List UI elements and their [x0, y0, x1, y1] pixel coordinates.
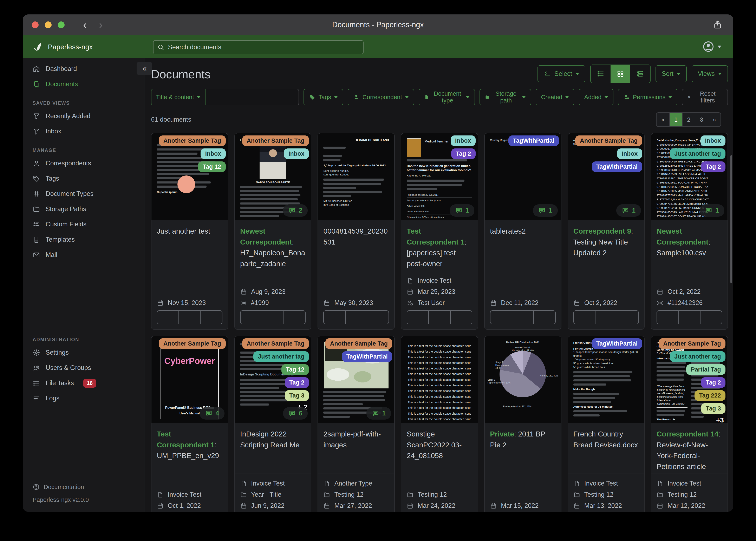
document-title[interactable]: Newest Correspondent: H7_Napoleon_Bonapa… — [235, 221, 311, 271]
sidebar-item-documents[interactable]: Documents — [23, 77, 144, 92]
sidebar-item-inbox[interactable]: Inbox — [23, 124, 144, 139]
tag-tag-2[interactable]: Tag 2 — [451, 149, 476, 159]
sidebar-item-document-types[interactable]: Document Types — [23, 186, 144, 202]
document-card[interactable]: Boundary Waters Trip Another Sample TagT… — [318, 336, 395, 512]
tag-inbox[interactable]: Inbox — [451, 136, 476, 146]
tag-just-another-tag[interactable]: Just another tag — [253, 351, 309, 362]
edit-button[interactable] — [407, 311, 428, 324]
select-button[interactable]: Select — [537, 65, 585, 82]
download-button[interactable] — [700, 311, 722, 324]
document-card[interactable]: Medical TeacherHas the new Kirkpatrick g… — [401, 133, 478, 330]
edit-button[interactable] — [241, 311, 262, 324]
document-thumbnail[interactable]: French Country BreadFor the Leaven1 heap… — [568, 336, 644, 423]
tag-tagwithpartial[interactable]: TagWithPartial — [592, 338, 642, 349]
download-button[interactable] — [617, 311, 638, 324]
document-thumbnail[interactable]: CyberPowerPowerPanel® Business EditionUs… — [151, 336, 228, 423]
sort-button[interactable]: Sort — [656, 65, 687, 82]
preview-button[interactable] — [428, 311, 450, 324]
tag-inbox[interactable]: Inbox — [201, 149, 226, 159]
document-thumbnail[interactable]: Review ofof Arbitral Awards shows swift … — [651, 336, 728, 423]
reset-filters-button[interactable]: × Reset filters — [682, 89, 728, 105]
sidebar-item-dashboard[interactable]: Dashboard — [23, 61, 144, 77]
tag-tagwithpartial[interactable]: TagWithPartial — [342, 351, 392, 362]
pagination-page-2[interactable]: 2 — [682, 113, 695, 126]
document-thumbnail[interactable]: Country,Region/State,"... TagWithPartial… — [485, 133, 561, 221]
edit-button[interactable] — [157, 311, 178, 324]
pagination-first[interactable]: « — [657, 113, 669, 126]
edit-button[interactable] — [657, 311, 678, 324]
tag-just-another-tag[interactable]: Just another tag — [670, 149, 725, 159]
document-card[interactable]: Review ofof Arbitral Awards shows swift … — [651, 336, 728, 512]
preview-button[interactable] — [512, 311, 533, 324]
document-thumbnail[interactable]: This is a test for the double space char… — [401, 336, 478, 423]
document-card[interactable]: Serial Number,Company Name,Employ9788189… — [651, 133, 728, 330]
download-button[interactable] — [450, 311, 472, 324]
filter-text-input[interactable] — [206, 89, 299, 105]
tag-tagwithpartial[interactable]: TagWithPartial — [592, 162, 642, 172]
tag-tagwithpartial[interactable]: TagWithPartial — [508, 136, 559, 146]
document-card[interactable]: CyberPowerPowerPanel® Business EditionUs… — [151, 336, 228, 512]
filter-created[interactable]: Created — [536, 89, 574, 105]
preview-button[interactable] — [345, 311, 367, 324]
download-button[interactable] — [533, 311, 555, 324]
document-thumbnail[interactable]: Medical TeacherHas the new Kirkpatrick g… — [401, 133, 478, 221]
views-button[interactable]: Views — [692, 65, 728, 82]
tag-another-sample-tag[interactable]: Another Sample Tag — [159, 338, 226, 349]
document-title[interactable]: French Country Bread Revised.docx — [568, 423, 644, 452]
document-title[interactable]: Test Correspondent 1: [paperless] test p… — [401, 221, 478, 271]
tag-another-sample-tag[interactable]: Another Sample Tag — [659, 338, 725, 349]
tag-another-sample-tag[interactable]: Another Sample Tag — [575, 136, 642, 146]
document-thumbnail[interactable]: one,1.0five,5.0 Another Sample TagInboxT… — [568, 133, 644, 221]
document-title[interactable]: InDesign 2022 Scripting Read Me — [235, 423, 311, 452]
document-thumbnail[interactable]: Adobe Acrobat PDF FilesCupcake ipsum Ano… — [151, 133, 228, 221]
filter-correspondent[interactable]: Correspondent — [348, 89, 414, 105]
display-mode-list[interactable] — [591, 65, 611, 83]
scrollbar[interactable] — [730, 155, 732, 283]
filter-tags[interactable]: Tags — [304, 89, 343, 105]
tag-another-sample-tag[interactable]: Another Sample Tag — [242, 338, 309, 349]
document-title[interactable]: Test Correspondent 1: UM_PPBE_en_v29 — [151, 423, 228, 463]
document-title[interactable]: 2sample-pdf-with-images — [318, 423, 394, 452]
tag-tag-2[interactable]: Tag 2 — [285, 377, 309, 388]
document-title[interactable]: 0004814539_20230531 — [318, 221, 394, 249]
tag-partial-tag[interactable]: Partial Tag — [686, 364, 725, 375]
document-card[interactable]: French Country BreadFor the Leaven1 heap… — [568, 336, 645, 512]
filter-permissions[interactable]: Permissions — [618, 89, 677, 105]
preview-button[interactable] — [678, 311, 700, 324]
document-thumbnail[interactable]: Serial Number,Company Name,Employ9788189… — [651, 133, 728, 221]
sidebar-item-custom-fields[interactable]: Custom Fields — [23, 217, 144, 232]
download-button[interactable] — [367, 311, 389, 324]
document-card[interactable]: InDesign Scripting Documentation Another… — [234, 336, 312, 512]
document-thumbnail[interactable]: Patient BP Distribution 2011 Isolated Sy… — [485, 336, 561, 423]
tag-inbox[interactable]: Inbox — [284, 149, 309, 159]
document-title[interactable]: Private: 2011 BP Pie 2 — [485, 423, 561, 452]
global-search[interactable] — [153, 40, 364, 54]
sidebar-item-logs[interactable]: Logs — [23, 391, 144, 406]
document-title[interactable]: Sonstige ScanPC2022 03-24_081058 — [401, 423, 478, 463]
tag-tag-3[interactable]: Tag 3 — [701, 403, 725, 414]
pagination-page-1[interactable]: 1 — [669, 113, 682, 126]
tag-just-another-tag[interactable]: Just another tag — [670, 351, 725, 362]
document-card[interactable]: ❋ BANK OF SCOTLAND2,0 % p. a. auf Ihr Ta… — [318, 133, 395, 330]
document-title[interactable]: Correspondent 9: Testing New Title Updat… — [568, 221, 644, 260]
document-thumbnail[interactable]: Francja pod rNAPOLEON BONAPARTE Another … — [235, 133, 311, 221]
document-title[interactable]: Just another test — [151, 221, 228, 238]
sidebar-item-correspondents[interactable]: Correspondents — [23, 156, 144, 171]
preview-button[interactable] — [262, 311, 283, 324]
pagination-page-3[interactable]: 3 — [695, 113, 708, 126]
tag-tag-2[interactable]: Tag 2 — [701, 377, 725, 388]
document-title[interactable]: Newest Correspondent: Sample100.csv — [651, 221, 728, 260]
documentation-link[interactable]: Documentation — [33, 480, 144, 494]
sidebar-item-tags[interactable]: Tags — [23, 171, 144, 186]
preview-button[interactable] — [595, 311, 617, 324]
edit-button[interactable] — [324, 311, 345, 324]
display-mode-grid[interactable] — [611, 65, 630, 83]
document-title[interactable]: tablerates2 — [485, 221, 561, 238]
sidebar-collapse-button[interactable]: « — [137, 62, 152, 75]
document-thumbnail[interactable]: Boundary Waters Trip Another Sample TagT… — [318, 336, 394, 423]
document-card[interactable]: Patient BP Distribution 2011 Isolated Sy… — [484, 336, 561, 512]
sidebar-item-storage-paths[interactable]: Storage Paths — [23, 202, 144, 217]
tag-tag-12[interactable]: Tag 12 — [281, 364, 309, 375]
tag-tag-2[interactable]: Tag 2 — [701, 162, 725, 172]
document-title[interactable]: Correspondent 14: Review-of-New-York-Fed… — [651, 423, 728, 474]
